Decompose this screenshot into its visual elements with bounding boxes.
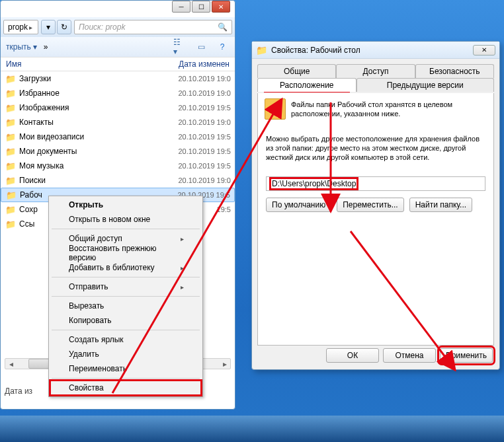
menu-separator (52, 330, 200, 330)
item-date: 20.10.2019 19:0 (175, 75, 231, 83)
refresh-button[interactable]: ↻ (57, 20, 71, 34)
submenu-arrow-icon: ▸ (181, 283, 184, 291)
item-name: Мои видеозаписи (19, 132, 175, 141)
menu-label: Создать ярлык (69, 335, 124, 344)
folder-icon: 📁 (5, 131, 17, 142)
item-name: Избранное (19, 89, 175, 98)
explorer-toolbar: ткрыть ▾ » ☷ ▾ ▭ ? (1, 37, 235, 57)
menu-item[interactable]: Переименовать (50, 361, 201, 376)
apply-button[interactable]: Применить (440, 348, 493, 363)
history-dropdown-button[interactable]: ▾ (41, 20, 56, 34)
item-date: 20.10.2019 19:0 (175, 176, 231, 184)
search-input[interactable]: Поиск: propk 🔍 (74, 20, 232, 34)
menu-item[interactable]: Создать ярлык (50, 332, 201, 347)
menu-label: Переименовать (69, 364, 127, 373)
preview-pane-button[interactable]: ▭ (194, 40, 208, 54)
menu-item[interactable]: Свойства (50, 381, 201, 395)
folder-icon: 📁 (5, 102, 17, 113)
menu-label: Добавить в библиотеку (69, 263, 155, 272)
overflow-icon[interactable]: » (44, 42, 48, 52)
scroll-left-icon[interactable]: ◂ (5, 359, 17, 369)
dialog-title: Свойства: Рабочий стол (271, 46, 360, 55)
tab-general[interactable]: Общие (257, 64, 336, 78)
folder-icon: 📁 (256, 45, 267, 55)
tab-previous-versions[interactable]: Предыдущие версии (357, 78, 495, 92)
move-button[interactable]: Переместить... (337, 198, 404, 212)
ok-button[interactable]: ОК (326, 348, 379, 363)
open-dropdown[interactable]: ткрыть ▾ (6, 42, 37, 52)
folder-icon: 📁 (5, 73, 17, 84)
list-item[interactable]: 📁Изображения20.10.2019 19:5 (1, 100, 235, 115)
folder-icon: 📁 (5, 204, 17, 215)
location-path-value: D:\Users\propk\Desktop (271, 178, 357, 189)
folder-large-icon (265, 98, 286, 120)
menu-separator (52, 229, 200, 229)
item-name: Изображения (19, 103, 175, 112)
list-item[interactable]: 📁Загрузки20.10.2019 19:0 (1, 71, 235, 86)
folder-icon: 📁 (5, 88, 17, 98)
view-options-button[interactable]: ☷ ▾ (173, 40, 187, 54)
maximize-button[interactable]: ☐ (192, 1, 210, 13)
menu-separator (52, 296, 200, 297)
dialog-tabs: Общие Доступ Безопасность Расположение П… (257, 64, 494, 93)
item-name: Моя музыка (19, 161, 175, 170)
folder-icon: 📁 (5, 161, 17, 171)
menu-item[interactable]: Копировать (50, 313, 201, 328)
tab-location[interactable]: Расположение (257, 78, 357, 92)
column-date[interactable]: Дата изменен (173, 59, 235, 69)
scroll-right-icon[interactable]: ▸ (219, 359, 230, 369)
cancel-button[interactable]: Отмена (383, 348, 436, 363)
menu-item[interactable]: Восстановить прежнюю версию (50, 246, 201, 260)
help-button[interactable]: ? (215, 40, 230, 54)
submenu-arrow-icon: ▸ (181, 264, 184, 272)
folder-icon: 📁 (5, 219, 17, 229)
chevron-down-icon: ▾ (33, 42, 37, 52)
taskbar[interactable] (0, 416, 504, 442)
menu-separator (52, 277, 200, 277)
folder-icon: 📁 (5, 117, 17, 128)
tab-sharing[interactable]: Доступ (336, 64, 415, 78)
menu-label: Общий доступ (69, 234, 122, 243)
list-item[interactable]: 📁Мои видеозаписи20.10.2019 19:5 (1, 129, 235, 144)
menu-item[interactable]: Открыть (50, 198, 201, 212)
menu-item[interactable]: Добавить в библиотеку▸ (50, 260, 201, 275)
status-bar: Дата из (5, 387, 32, 396)
menu-item[interactable]: Вырезать (50, 299, 201, 313)
item-date: 20.10.2019 19:0 (175, 89, 231, 97)
column-name[interactable]: Имя (1, 59, 173, 69)
list-item[interactable]: 📁Контакты20.10.2019 19:0 (1, 115, 235, 129)
item-date: 20.10.2019 19:0 (175, 118, 231, 126)
dialog-close-button[interactable]: ✕ (473, 45, 495, 55)
minimize-button[interactable]: ─ (172, 1, 190, 13)
menu-item[interactable]: Удалить (50, 347, 201, 361)
find-folder-button[interactable]: Найти папку... (409, 198, 472, 212)
list-item[interactable]: 📁Избранное20.10.2019 19:0 (1, 86, 235, 100)
item-name: Мои документы (19, 147, 175, 156)
menu-item[interactable]: Открыть в новом окне (50, 212, 201, 227)
close-button[interactable]: ✕ (212, 1, 230, 13)
menu-item[interactable]: Отправить▸ (50, 279, 201, 294)
folder-icon: 📁 (5, 146, 17, 157)
context-menu: ОткрытьОткрыть в новом окнеОбщий доступ▸… (48, 196, 203, 397)
tab-security[interactable]: Безопасность (415, 64, 494, 78)
address-bar: propk ▸ ▾ ↻ Поиск: propk 🔍 (1, 17, 235, 37)
breadcrumb-segment[interactable]: propk ▸ (3, 20, 38, 34)
list-item[interactable]: 📁Моя музыка20.10.2019 19:5 (1, 159, 235, 173)
item-name: Поиски (19, 176, 175, 185)
restore-default-button[interactable]: По умолчанию (266, 198, 331, 212)
breadcrumb-label: propk (8, 22, 28, 32)
item-name: Контакты (19, 118, 175, 127)
list-item[interactable]: 📁Поиски20.10.2019 19:0 (1, 173, 235, 188)
menu-label: Открыть (69, 200, 103, 209)
item-date: 20.10.2019 19:5 (175, 133, 231, 141)
dialog-titlebar: 📁 Свойства: Рабочий стол ✕ (252, 42, 499, 59)
menu-label: Вырезать (69, 301, 104, 311)
item-date: 20.10.2019 19:5 (175, 104, 231, 112)
submenu-arrow-icon: ▸ (181, 235, 184, 242)
list-item[interactable]: 📁Мои документы20.10.2019 19:5 (1, 144, 235, 159)
menu-label: Открыть в новом окне (69, 215, 150, 224)
menu-label: Копировать (69, 316, 112, 325)
location-path-input[interactable]: D:\Users\propk\Desktop (266, 176, 485, 191)
item-date: 19:5 (214, 205, 231, 213)
location-description-2: Можно выбрать другое местоположение для … (266, 134, 487, 162)
